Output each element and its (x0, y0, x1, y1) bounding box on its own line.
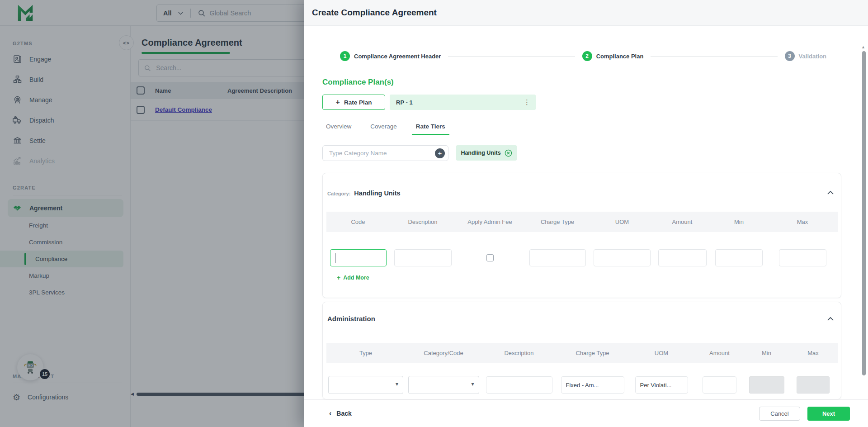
amount-input[interactable] (658, 249, 707, 266)
max-input[interactable] (779, 249, 826, 266)
step-validation[interactable]: 3 Validation (785, 51, 826, 61)
administration-table-header: Type Category/Code Description Charge Ty… (326, 343, 838, 363)
category-table-header: Code Description Apply Admin Fee Charge … (326, 212, 838, 232)
step-connector (448, 56, 575, 57)
col-type: Type (326, 343, 405, 363)
next-button[interactable]: Next (807, 407, 850, 421)
col-description: Description (482, 343, 556, 363)
collapse-section-icon[interactable] (827, 190, 834, 195)
step-label: Compliance Plan (596, 53, 644, 60)
plus-icon: + (336, 99, 340, 106)
col-max: Max (788, 343, 838, 363)
category-chip-handling-units[interactable]: Handling Units (456, 145, 517, 161)
apply-admin-fee-checkbox[interactable] (486, 254, 494, 261)
wizard-stepper: 1 Compliance Agreement Header 2 Complian… (340, 51, 826, 62)
category-name-field[interactable]: + (322, 145, 448, 161)
uom-input[interactable] (594, 249, 651, 266)
min-disabled-field (749, 376, 784, 394)
col-charge-type: Charge Type (556, 343, 629, 363)
rate-plan-tab-rp1[interactable]: RP - 1 ⋮ (390, 95, 536, 110)
step-label: Compliance Agreement Header (354, 53, 441, 60)
tab-overview[interactable]: Overview (326, 119, 351, 134)
add-more-label: Add More (343, 275, 369, 281)
step-number: 1 (340, 51, 350, 61)
administration-title: Administration (327, 315, 375, 323)
scroll-up-icon[interactable]: ▲ (861, 45, 865, 49)
step-connector (651, 56, 777, 57)
chip-label: Handling Units (461, 150, 500, 156)
back-button[interactable]: ‹ Back (329, 410, 352, 417)
step-number: 3 (785, 51, 795, 61)
col-apply-admin-fee: Apply Admin Fee (456, 212, 524, 232)
charge-type-input[interactable] (529, 249, 586, 266)
add-more-button[interactable]: + Add More (337, 275, 369, 281)
min-input[interactable] (715, 249, 763, 266)
col-min: Min (711, 212, 767, 232)
kebab-menu-icon[interactable]: ⋮ (524, 98, 530, 106)
tab-rate-tiers[interactable]: Rate Tiers (416, 119, 445, 134)
collapse-section-icon[interactable] (827, 317, 834, 321)
amount-input[interactable] (703, 376, 736, 394)
step-compliance-plan[interactable]: 2 Compliance Plan (582, 51, 644, 61)
col-category-code: Category/Code (405, 343, 482, 363)
col-amount: Amount (694, 343, 745, 363)
chevron-left-icon: ‹ (329, 410, 331, 417)
code-input[interactable] (330, 249, 387, 266)
col-max: Max (767, 212, 838, 232)
modal-footer: ‹ Back Cancel Next (304, 399, 868, 427)
modal-title: Create Compliance Agreement (312, 8, 437, 18)
tab-coverage[interactable]: Coverage (370, 119, 397, 134)
add-rate-plan-button[interactable]: + Rate Plan (322, 95, 385, 110)
step-number: 2 (582, 51, 592, 61)
category-section: Category: Handling Units Code Descriptio… (322, 173, 841, 298)
description-input[interactable] (394, 249, 452, 266)
uom-input[interactable] (635, 376, 688, 394)
category-section-header: Category: Handling Units (327, 190, 401, 197)
compliance-plans-heading: Compliance Plan(s) (322, 78, 394, 87)
col-charge-type: Charge Type (524, 212, 591, 232)
col-uom: UOM (629, 343, 694, 363)
back-label: Back (336, 410, 351, 417)
step-label: Validation (799, 53, 826, 60)
col-amount: Amount (653, 212, 711, 232)
category-name-input[interactable] (323, 146, 431, 161)
description-input[interactable] (486, 376, 552, 394)
plus-icon: + (337, 275, 340, 281)
text-caret (335, 253, 336, 263)
cancel-button[interactable]: Cancel (759, 407, 800, 421)
create-compliance-agreement-modal: Create Compliance Agreement 1 Compliance… (304, 0, 868, 427)
administration-section: Administration Type Category/Code Descri… (322, 302, 841, 399)
vertical-scroll-thumb[interactable] (862, 51, 866, 375)
add-rate-plan-label: Rate Plan (344, 99, 372, 106)
max-disabled-field (797, 376, 830, 394)
category-code-select[interactable] (408, 376, 479, 394)
type-select[interactable] (328, 376, 403, 394)
step-compliance-agreement-header[interactable]: 1 Compliance Agreement Header (340, 51, 441, 61)
rate-plan-name: RP - 1 (396, 99, 413, 106)
col-uom: UOM (591, 212, 653, 232)
remove-chip-icon[interactable] (505, 149, 512, 157)
category-name-label: Handling Units (354, 190, 400, 197)
modal-header: Create Compliance Agreement (304, 0, 868, 26)
col-description: Description (390, 212, 456, 232)
category-input-row (326, 249, 838, 267)
col-code: Code (326, 212, 390, 232)
col-min: Min (745, 343, 788, 363)
add-category-icon[interactable]: + (435, 148, 445, 158)
category-prefix-label: Category: (327, 191, 350, 196)
administration-input-row (326, 376, 838, 394)
charge-type-input[interactable] (561, 376, 624, 394)
plan-tabs: Overview Coverage Rate Tiers (326, 119, 445, 134)
